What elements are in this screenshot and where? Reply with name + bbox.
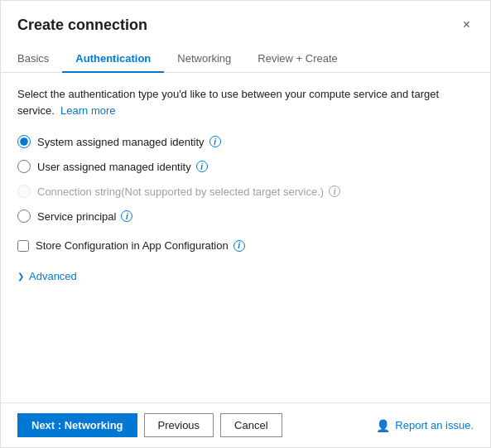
description-text: Select the authentication type you'd lik…: [17, 86, 474, 118]
dialog-header: Create connection ×: [1, 1, 490, 36]
report-issue-label: Report an issue.: [395, 419, 474, 431]
tab-bar: Basics Authentication Networking Review …: [1, 36, 490, 73]
info-icon-system-assigned: i: [209, 136, 221, 147]
create-connection-dialog: Create connection × Basics Authenticatio…: [0, 0, 491, 448]
chevron-right-icon: ❯: [17, 272, 24, 281]
advanced-label[interactable]: Advanced: [29, 270, 77, 282]
tab-authentication[interactable]: Authentication: [62, 46, 164, 73]
radio-user-assigned[interactable]: [17, 160, 31, 173]
info-icon-service-principal: i: [121, 210, 132, 222]
option-service-principal[interactable]: Service principal i: [17, 210, 474, 223]
radio-service-principal[interactable]: [17, 210, 31, 223]
advanced-section[interactable]: ❯ Advanced: [17, 268, 474, 284]
label-store-config[interactable]: Store Configuration in App Configuration…: [36, 239, 245, 252]
label-service-principal[interactable]: Service principal i: [37, 210, 132, 223]
report-issue-link[interactable]: 👤 Report an issue.: [376, 419, 474, 432]
store-config-row[interactable]: Store Configuration in App Configuration…: [17, 239, 474, 252]
label-connection-string: Connection string(Not supported by selec…: [37, 185, 340, 198]
option-system-assigned[interactable]: System assigned managed identity i: [17, 135, 474, 148]
info-icon-connection-string: i: [329, 185, 340, 197]
radio-connection-string: [17, 185, 31, 198]
info-icon-store-config: i: [233, 240, 245, 252]
radio-system-assigned[interactable]: [17, 135, 31, 148]
close-button[interactable]: ×: [460, 14, 474, 36]
option-connection-string: Connection string(Not supported by selec…: [17, 185, 474, 198]
tab-basics[interactable]: Basics: [17, 46, 62, 73]
tab-networking[interactable]: Networking: [164, 46, 244, 73]
report-icon: 👤: [376, 419, 390, 432]
info-icon-user-assigned: i: [196, 161, 208, 172]
previous-button[interactable]: Previous: [144, 413, 214, 437]
learn-more-link[interactable]: Learn more: [60, 104, 115, 117]
next-button[interactable]: Next : Networking: [17, 413, 137, 437]
label-user-assigned[interactable]: User assigned managed identity i: [37, 161, 208, 173]
dialog-title: Create connection: [17, 17, 147, 34]
option-user-assigned[interactable]: User assigned managed identity i: [17, 160, 474, 173]
auth-options-group: System assigned managed identity i User …: [17, 135, 474, 223]
cancel-button[interactable]: Cancel: [220, 413, 282, 437]
checkbox-store-config[interactable]: [17, 240, 29, 252]
label-system-assigned[interactable]: System assigned managed identity i: [37, 136, 221, 148]
dialog-content: Select the authentication type you'd lik…: [1, 73, 490, 402]
dialog-footer: Next : Networking Previous Cancel 👤 Repo…: [1, 403, 490, 447]
tab-review-create[interactable]: Review + Create: [244, 46, 350, 73]
